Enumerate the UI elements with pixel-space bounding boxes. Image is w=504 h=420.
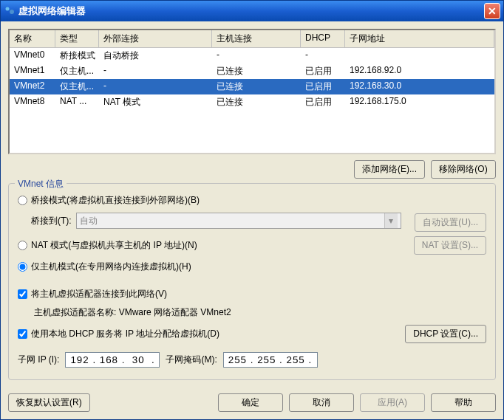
titlebar: 虚拟网络编辑器 ✕ (1, 1, 503, 21)
cell-name: VMnet8 (10, 95, 55, 109)
cell-type: 仅主机... (55, 64, 99, 78)
cell-dhcp: 已启用 (301, 95, 345, 109)
col-external[interactable]: 外部连接 (99, 30, 212, 47)
dhcp-settings-button[interactable]: DHCP 设置(C)... (405, 325, 486, 343)
apply-button: 应用(A) (360, 393, 425, 412)
subnet-ip-label: 子网 IP (I): (18, 354, 59, 366)
cell-type: NAT ... (55, 95, 99, 109)
hostonly-mode-radio-row[interactable]: 仅主机模式(在专用网络内连接虚拟机)(H) (18, 258, 486, 276)
cell-name: VMnet0 (10, 49, 55, 63)
cell-type: 桥接模式 (55, 49, 99, 63)
connect-host-check-row[interactable]: 将主机虚拟适配器连接到此网络(V) (18, 285, 486, 303)
cell-host: 已连接 (212, 95, 301, 109)
cell-host: 已连接 (212, 64, 301, 78)
bridge-to-select: 自动 ▾ (76, 213, 401, 229)
bridge-mode-radio-row[interactable]: 桥接模式(将虚拟机直接连接到外部网络)(B) (18, 191, 409, 210)
app-icon (4, 5, 16, 17)
cell-host: - (212, 49, 301, 63)
cell-subnet: 192.168.175.0 (345, 95, 494, 109)
use-dhcp-checkbox[interactable] (18, 329, 27, 339)
hostonly-label: 仅主机模式(在专用网络内连接虚拟机)(H) (31, 261, 191, 273)
use-dhcp-check-row[interactable]: 使用本地 DHCP 服务将 IP 地址分配给虚拟机(D) (18, 325, 399, 343)
subnet-ip-input[interactable] (65, 352, 160, 368)
adapter-name-label: 主机虚拟适配器名称: VMware 网络适配器 VMnet2 (34, 306, 231, 319)
close-button[interactable]: ✕ (484, 3, 500, 19)
bridge-to-label: 桥接到(T): (31, 215, 72, 227)
bridge-to-value: 自动 (80, 215, 98, 227)
cancel-button[interactable]: 取消 (289, 393, 354, 412)
cell-ext: 自动桥接 (99, 49, 212, 63)
bridge-radio[interactable] (18, 196, 27, 205)
svg-point-0 (6, 7, 10, 11)
help-button[interactable]: 帮助 (431, 393, 496, 412)
cell-type: 仅主机... (55, 80, 99, 94)
nat-label: NAT 模式(与虚拟机共享主机的 IP 地址)(N) (31, 239, 197, 252)
nat-settings-button: NAT 设置(S)... (414, 236, 486, 255)
cell-ext: NAT 模式 (99, 95, 212, 109)
subnet-mask-label: 子网掩码(M): (166, 354, 217, 366)
cell-dhcp: - (301, 49, 345, 63)
chevron-down-icon: ▾ (384, 213, 398, 228)
cell-ext: - (99, 64, 212, 78)
network-list[interactable]: 名称 类型 外部连接 主机连接 DHCP 子网地址 VMnet0桥接模式自动桥接… (8, 29, 496, 154)
table-row[interactable]: VMnet1仅主机...-已连接已启用192.168.92.0 (10, 63, 494, 79)
ok-button[interactable]: 确定 (218, 393, 283, 412)
hostonly-radio[interactable] (18, 262, 27, 272)
col-subnet[interactable]: 子网地址 (345, 30, 494, 47)
cell-dhcp: 已启用 (301, 64, 345, 78)
remove-network-button[interactable]: 移除网络(O) (431, 160, 496, 179)
connect-host-checkbox[interactable] (18, 289, 27, 299)
bridge-label: 桥接模式(将虚拟机直接连接到外部网络)(B) (31, 194, 200, 207)
list-header: 名称 类型 外部连接 主机连接 DHCP 子网地址 (10, 30, 494, 48)
use-dhcp-label: 使用本地 DHCP 服务将 IP 地址分配给虚拟机(D) (31, 328, 219, 340)
nat-radio[interactable] (18, 241, 27, 250)
col-host[interactable]: 主机连接 (212, 30, 301, 47)
cell-name: VMnet1 (10, 64, 55, 78)
cell-ext: - (99, 80, 212, 94)
subnet-mask-input[interactable] (223, 352, 318, 368)
auto-settings-button: 自动设置(U)... (415, 213, 486, 232)
connect-host-label: 将主机虚拟适配器连接到此网络(V) (31, 288, 167, 300)
table-row[interactable]: VMnet2仅主机...-已连接已启用192.168.30.0 (10, 79, 494, 94)
cell-subnet (345, 49, 494, 63)
add-network-button[interactable]: 添加网络(E)... (354, 160, 425, 179)
restore-defaults-button[interactable]: 恢复默认设置(R) (8, 393, 90, 412)
cell-dhcp: 已启用 (301, 80, 345, 94)
col-type[interactable]: 类型 (55, 30, 99, 47)
cell-subnet: 192.168.30.0 (345, 80, 494, 94)
table-row[interactable]: VMnet0桥接模式自动桥接-- (10, 48, 494, 63)
cell-subnet: 192.168.92.0 (345, 64, 494, 78)
nat-mode-radio-row[interactable]: NAT 模式(与虚拟机共享主机的 IP 地址)(N) (18, 236, 408, 255)
group-title: VMnet 信息 (15, 178, 67, 190)
window-title: 虚拟网络编辑器 (18, 4, 484, 18)
vmnet-info-group: VMnet 信息 桥接模式(将虚拟机直接连接到外部网络)(B) 桥接到(T): … (8, 183, 496, 380)
cell-host: 已连接 (212, 80, 301, 94)
table-row[interactable]: VMnet8NAT ...NAT 模式已连接已启用192.168.175.0 (10, 94, 494, 110)
svg-point-1 (10, 10, 14, 14)
col-dhcp[interactable]: DHCP (301, 30, 345, 47)
cell-name: VMnet2 (10, 80, 55, 94)
col-name[interactable]: 名称 (10, 30, 55, 47)
